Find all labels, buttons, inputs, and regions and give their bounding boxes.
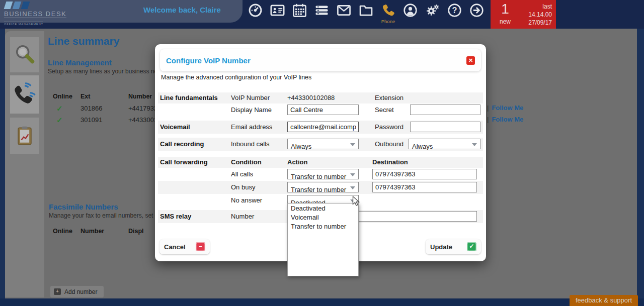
modal-titlebar: Configure VoIP Number ✕ (160, 49, 481, 71)
dropdown-option-deactivated[interactable]: Deactivated (288, 203, 358, 213)
no-answer-dropdown-list: Deactivated Voicemail Transfer to number (287, 203, 359, 276)
phone-icon[interactable] (380, 3, 396, 18)
dropdown-option-transfer[interactable]: Transfer to number (288, 222, 358, 231)
password-input[interactable] (410, 122, 480, 132)
notification-count: 1 (491, 1, 520, 17)
left-edge-strip (0, 29, 5, 306)
app-logo[interactable]: BUSINESS DESK OFFICE MANAGEMENT (4, 2, 85, 27)
dashboard-icon[interactable] (248, 3, 263, 18)
header-icon-menu: Phone ? (248, 1, 485, 24)
email-address-label: Email address (231, 121, 272, 134)
secret-input[interactable] (410, 105, 480, 115)
line-number: +4417932 (128, 105, 157, 112)
logo-title: BUSINESS DESK (4, 10, 66, 18)
secret-label: Secret (375, 104, 394, 117)
settings-gears-icon[interactable] (425, 3, 440, 18)
lines-col-number: Number (128, 93, 152, 100)
logo-subtitle: OFFICE MANAGEMENT (4, 22, 43, 26)
modal-row-all-calls: All calls Transfer to number (158, 168, 483, 181)
fax-col-online: Online (53, 228, 72, 235)
update-button[interactable]: Update ✓ (426, 239, 481, 254)
top-header-bar: BUSINESS DESK OFFICE MANAGEMENT Welcome … (0, 0, 644, 29)
modal-row-forwarding-headers: Call forwarding Condition Action Destina… (158, 157, 483, 168)
notification-last-time: 14.14.00 (520, 11, 552, 19)
fax-col-number: Number (80, 228, 104, 235)
modal-subtitle: Manage the advanced configuration of you… (161, 74, 311, 81)
display-name-label: Display Name (231, 104, 272, 117)
voip-number-value: +443300102088 (287, 92, 335, 104)
modal-title: Configure VoIP Number (166, 56, 466, 65)
line-management-description: Setup as many lines as your business ne (48, 68, 157, 75)
follow-me-link[interactable]: |Follow Me (487, 116, 523, 123)
follow-me-link[interactable]: |Follow Me (487, 104, 523, 112)
on-busy-label: On busy (231, 181, 255, 194)
on-busy-action-select[interactable]: Transfer to number (287, 182, 359, 192)
mouse-cursor (352, 196, 361, 209)
online-check-icon: ✓ (56, 116, 63, 125)
line-management-heading: Line Management (48, 58, 157, 67)
facsimile-heading: Facsimile Numbers (49, 202, 162, 211)
phone-nav-item[interactable]: Phone (380, 1, 396, 24)
lines-col-ext: Ext (80, 93, 90, 100)
help-icon[interactable]: ? (447, 3, 462, 18)
section-voicemail: Voicemail (160, 121, 190, 134)
email-address-input[interactable] (287, 122, 359, 132)
fax-col-display: Displ (128, 228, 144, 235)
welcome-message: Welcome back, Claire (143, 6, 221, 14)
logo-mark-mid (13, 2, 22, 9)
action-header: Action (287, 157, 307, 168)
destination-header: Destination (372, 157, 408, 168)
profile-icon[interactable] (403, 3, 418, 18)
search-icon (13, 43, 36, 66)
sidebar-item-phone-lines[interactable] (10, 75, 39, 114)
logout-arrow-icon[interactable] (469, 3, 485, 18)
all-calls-destination-input[interactable] (372, 169, 477, 179)
on-busy-destination-input[interactable] (372, 182, 477, 192)
svg-text:?: ? (452, 6, 457, 15)
logo-mark-light (4, 2, 13, 9)
inbound-calls-select[interactable]: Always (287, 139, 359, 149)
notification-badge[interactable]: 1 new last 14.14.00 27/09/17 (491, 0, 556, 29)
menu-list-icon[interactable] (314, 3, 330, 18)
mail-icon[interactable] (336, 3, 352, 18)
add-number-button[interactable]: + Add number (50, 286, 104, 297)
display-name-input[interactable] (287, 105, 359, 115)
dropdown-option-voicemail[interactable]: Voicemail (288, 213, 358, 222)
logo-mark-dark (21, 2, 30, 9)
outbound-select[interactable]: Always (409, 139, 480, 149)
line-ext: 301866 (80, 105, 102, 112)
extension-label: Extension (375, 92, 404, 104)
modal-row-voip: Line fundamentals VoIP Number +443300102… (158, 92, 483, 104)
configure-voip-modal: Configure VoIP Number ✕ Manage the advan… (155, 44, 486, 261)
bottom-bar (0, 298, 644, 306)
password-label: Password (375, 121, 404, 134)
report-clipboard-icon (14, 125, 36, 147)
notification-count-caption: new (491, 18, 520, 25)
inbound-calls-label: Inbound calls (231, 138, 270, 151)
voip-number-label: VoIP Number (231, 92, 270, 104)
contacts-card-icon[interactable] (270, 3, 285, 18)
cancel-minus-icon: – (196, 242, 205, 251)
section-call-recording: Call recording (160, 138, 204, 151)
all-calls-label: All calls (231, 168, 253, 181)
condition-header: Condition (231, 157, 262, 168)
no-answer-label: No answer (231, 194, 262, 207)
outbound-label: Outbound (375, 138, 404, 151)
sidebar-item-reports[interactable] (10, 118, 39, 154)
sms-number-label: Number (231, 210, 254, 223)
calendar-icon[interactable] (292, 3, 307, 18)
update-check-icon: ✓ (467, 242, 476, 251)
modal-row-voicemail: Voicemail Email address Password (158, 121, 483, 134)
sidebar (5, 31, 44, 297)
plus-icon: + (54, 288, 61, 295)
cancel-button[interactable]: Cancel – (159, 239, 210, 254)
feedback-support-button[interactable]: feedback & support (570, 295, 638, 306)
phone-label: Phone (381, 19, 395, 24)
close-icon[interactable]: ✕ (466, 56, 475, 65)
all-calls-action-select[interactable]: Transfer to number (287, 169, 359, 179)
documents-folder-icon[interactable] (358, 3, 374, 18)
notification-last-caption: last (520, 3, 552, 11)
sidebar-item-search[interactable] (10, 37, 39, 72)
section-sms-relay: SMS relay (160, 210, 191, 223)
online-check-icon: ✓ (56, 104, 63, 113)
